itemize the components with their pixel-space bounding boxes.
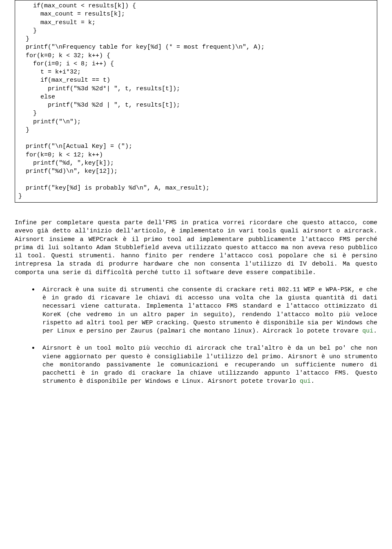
bullet-list: Aircrack è una suite di strumenti che co… bbox=[31, 286, 377, 386]
list-item: Aircrack è una suite di strumenti che co… bbox=[31, 286, 377, 336]
link-qui[interactable]: qui bbox=[300, 378, 311, 385]
link-qui[interactable]: qui bbox=[362, 328, 373, 335]
page: if(max_count < results[k]) { max_count =… bbox=[0, 0, 392, 411]
code-listing: if(max_count < results[k]) { max_count =… bbox=[15, 0, 377, 203]
body-paragraph: Infine per completare questa parte dell'… bbox=[15, 219, 377, 277]
list-item-text: Aircrack è una suite di strumenti che co… bbox=[42, 286, 377, 335]
list-item-tail: . bbox=[373, 328, 377, 335]
list-item: Airsnort è un tool molto più vecchio di … bbox=[31, 344, 377, 386]
list-item-text: Airsnort è un tool molto più vecchio di … bbox=[42, 345, 377, 385]
list-item-tail: . bbox=[311, 378, 314, 385]
